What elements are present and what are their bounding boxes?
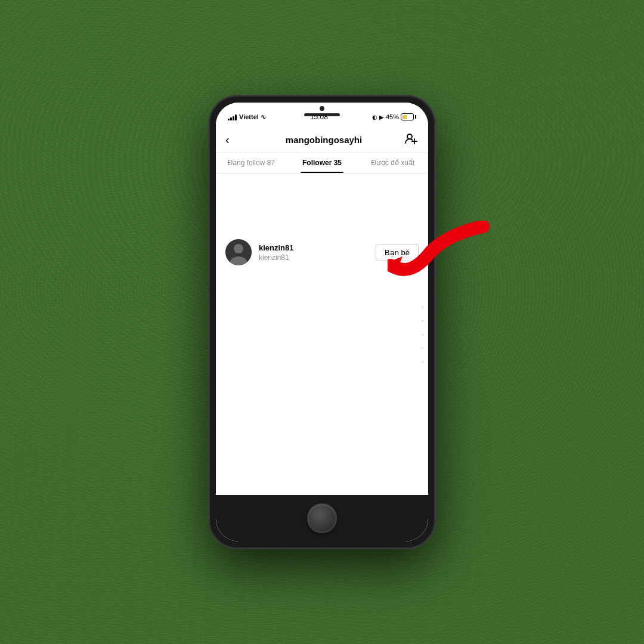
bar4 (235, 114, 237, 120)
bar3 (233, 116, 234, 120)
avatar (225, 239, 252, 265)
spacer-top (216, 174, 428, 233)
scroll-dot (422, 347, 423, 349)
home-button-area (216, 495, 428, 541)
page-title: mangobingosayhi (286, 135, 362, 145)
back-button[interactable]: ‹ (225, 133, 243, 147)
bar1 (228, 119, 230, 120)
navigation-icon: ▶ (379, 114, 384, 120)
scene: Viettel ∿ 15:08 ◐ ▶ 45% (0, 0, 644, 644)
top-elements (304, 103, 340, 116)
battery-tip (415, 115, 416, 119)
tab-followers[interactable]: Follower 35 (287, 153, 358, 173)
scroll-dot (422, 320, 423, 321)
svg-point-6 (225, 239, 252, 265)
carrier-label: Viettel (239, 113, 259, 120)
scroll-dot (422, 306, 423, 308)
status-bar: Viettel ∿ 15:08 ◐ ▶ 45% (216, 103, 428, 129)
user-list-item: kienzin81 kienzin81 Bạn bè (216, 233, 428, 271)
scroll-dot (422, 333, 423, 335)
scroll-dot (422, 361, 423, 363)
battery-fill (402, 115, 407, 119)
user-handle: kienzin81 (259, 253, 369, 262)
phone-wrapper: Viettel ∿ 15:08 ◐ ▶ 45% (209, 95, 435, 549)
tab-following[interactable]: Đang follow 87 (216, 153, 287, 173)
tabs-bar: Đang follow 87 Follower 35 Được đề xuất (216, 153, 428, 174)
bar2 (230, 117, 232, 120)
svg-point-0 (407, 134, 412, 139)
location-icon: ◐ (372, 114, 377, 120)
friend-button[interactable]: Bạn bè (376, 244, 419, 261)
signal-bars (228, 114, 237, 120)
add-user-button[interactable] (404, 132, 419, 147)
wifi-icon: ∿ (261, 113, 266, 121)
battery-percent: 45% (386, 113, 399, 120)
speaker (304, 113, 340, 116)
phone-device: Viettel ∿ 15:08 ◐ ▶ 45% (209, 95, 435, 549)
status-right: ◐ ▶ 45% (372, 113, 416, 120)
battery-body (401, 113, 414, 120)
tab-suggested[interactable]: Được đề xuất (357, 153, 428, 173)
home-button[interactable] (307, 503, 337, 533)
status-left: Viettel ∿ (228, 113, 266, 121)
battery-icon (401, 113, 416, 120)
user-display-name: kienzin81 (259, 243, 369, 252)
user-info: kienzin81 kienzin81 (259, 243, 369, 262)
phone-screen: Viettel ∿ 15:08 ◐ ▶ 45% (216, 103, 428, 541)
nav-bar: ‹ mangobingosayhi (216, 129, 428, 153)
scroll-indicators (422, 306, 423, 363)
content-area: kienzin81 kienzin81 Bạn bè (216, 174, 428, 495)
front-camera (320, 106, 324, 111)
